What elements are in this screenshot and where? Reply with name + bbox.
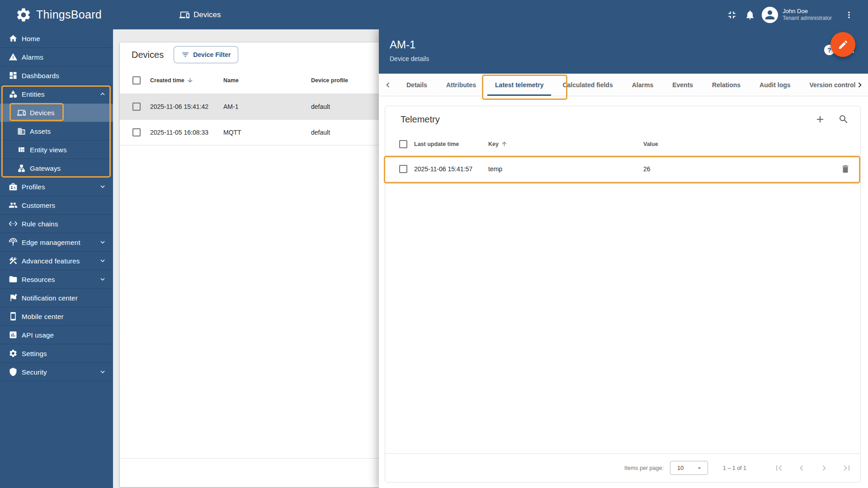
column-header-created-time[interactable]: Created time — [150, 77, 193, 84]
profiles-badge-icon — [9, 182, 18, 191]
telemetry-row-temp[interactable]: 2025-11-06 15:41:57 temp 26 — [385, 156, 860, 182]
breadcrumb[interactable]: Devices — [179, 10, 221, 20]
sidebar-item-api-usage[interactable]: API usage — [0, 326, 113, 344]
advanced-construction-icon — [9, 256, 18, 265]
top-app-bar: ThingsBoard Devices John Doe Tenant admi… — [0, 0, 868, 29]
sidebar-item-mobile-center[interactable]: Mobile center — [0, 307, 113, 326]
smartphone-icon — [9, 312, 18, 321]
device-details-panel: AM-1 Device details ? Details Attributes… — [379, 29, 868, 488]
customers-people-icon — [9, 201, 18, 210]
search-icon[interactable] — [838, 113, 849, 125]
device-filter-button[interactable]: Device Filter — [174, 46, 238, 63]
chevron-down-icon — [99, 183, 107, 191]
sidebar-item-dashboards[interactable]: Dashboards — [0, 66, 113, 85]
telemetry-key: temp — [488, 165, 643, 173]
thingsboard-gear-logo-icon — [15, 7, 32, 23]
chevron-down-icon — [99, 275, 107, 283]
sidebar-item-home[interactable]: Home — [0, 29, 113, 48]
pagination-range-label: 1 – 1 of 1 — [723, 465, 746, 471]
row-checkbox[interactable] — [132, 103, 141, 111]
sidebar-item-resources[interactable]: Resources — [0, 270, 113, 289]
select-all-checkbox[interactable] — [132, 76, 141, 84]
dashboards-icon — [9, 71, 18, 80]
telemetry-table-header: Last update time Key Value — [385, 132, 860, 156]
sidebar-item-customers[interactable]: Customers — [0, 196, 113, 215]
more-vert-icon[interactable] — [840, 6, 858, 24]
edit-fab-button[interactable] — [830, 32, 855, 57]
details-panel-title: AM-1 — [390, 38, 868, 51]
add-telemetry-icon[interactable] — [814, 113, 826, 125]
devices-panel-title: Devices — [132, 50, 164, 60]
sort-asc-arrow-icon — [501, 141, 508, 147]
chevron-up-icon — [99, 90, 107, 98]
previous-page-icon[interactable] — [796, 463, 807, 474]
chevron-down-icon — [99, 257, 107, 265]
sidebar-item-edge-management[interactable]: Edge management — [0, 233, 113, 252]
home-icon — [9, 34, 18, 43]
brand-logo: ThingsBoard — [15, 7, 102, 23]
gear-icon — [9, 349, 18, 358]
user-avatar[interactable] — [762, 7, 778, 23]
sidebar-item-devices[interactable]: Devices — [0, 103, 113, 122]
sidebar-item-notification-center[interactable]: Notification center — [0, 289, 113, 307]
sidebar-item-settings[interactable]: Settings — [0, 344, 113, 363]
row-checkbox[interactable] — [132, 128, 141, 136]
brand-title: ThingsBoard — [36, 8, 102, 21]
last-page-icon[interactable] — [841, 463, 852, 474]
sidebar-item-security[interactable]: Security — [0, 363, 113, 381]
next-page-icon[interactable] — [819, 463, 830, 474]
pencil-icon — [838, 39, 849, 50]
caret-down-icon — [696, 465, 703, 472]
column-header-name[interactable]: Name — [223, 77, 311, 84]
tabs-scroll-right-icon[interactable] — [852, 74, 868, 96]
tab-events[interactable]: Events — [663, 74, 703, 96]
telemetry-card: Telemetry Last update time Key Value 202… — [385, 106, 861, 483]
sidebar-item-entity-views[interactable]: Entity views — [0, 141, 113, 159]
filter-icon — [181, 51, 189, 59]
tab-relations[interactable]: Relations — [703, 74, 750, 96]
resources-folder-icon — [9, 275, 18, 284]
telemetry-last-update-time: 2025-11-06 15:41:57 — [414, 165, 488, 173]
tab-latest-telemetry[interactable]: Latest telemetry — [486, 74, 553, 96]
devices-breadcrumb-icon — [179, 10, 189, 20]
telemetry-title: Telemetry — [401, 114, 814, 125]
tabs-scroll-left-icon[interactable] — [379, 74, 397, 96]
row-checkbox[interactable] — [399, 165, 407, 173]
column-header-value[interactable]: Value — [643, 141, 860, 147]
delete-trash-icon[interactable] — [840, 164, 850, 174]
gateways-lan-icon — [17, 164, 26, 173]
sidebar-nav: Home Alarms Dashboards Entities Devices … — [0, 29, 113, 488]
notification-flag-icon — [9, 293, 18, 302]
tab-audit-logs[interactable]: Audit logs — [750, 74, 800, 96]
sidebar-item-advanced-features[interactable]: Advanced features — [0, 252, 113, 270]
notifications-bell-icon[interactable] — [741, 6, 759, 24]
items-per-page-label: Items per page: — [624, 465, 664, 471]
sidebar-item-assets[interactable]: Assets — [0, 122, 113, 141]
sidebar-item-entities[interactable]: Entities — [0, 85, 113, 103]
column-header-key[interactable]: Key — [488, 141, 508, 147]
sidebar-item-rule-chains[interactable]: Rule chains — [0, 215, 113, 233]
user-role: Tenant administrator — [783, 15, 832, 22]
fullscreen-exit-icon[interactable] — [723, 6, 741, 24]
column-header-last-update-time[interactable]: Last update time — [414, 141, 488, 147]
tab-calculated-fields[interactable]: Calculated fields — [553, 74, 622, 96]
entities-category-icon — [9, 89, 18, 99]
sort-desc-arrow-icon — [187, 77, 193, 84]
sidebar-item-alarms[interactable]: Alarms — [0, 48, 113, 66]
sidebar-item-gateways[interactable]: Gateways — [0, 159, 113, 178]
first-page-icon[interactable] — [774, 463, 784, 474]
chevron-down-icon — [99, 368, 107, 376]
tab-version-control[interactable]: Version control — [800, 74, 859, 96]
device-created-time: 2025-11-06 15:41:42 — [150, 103, 223, 110]
sidebar-item-profiles[interactable]: Profiles — [0, 178, 113, 196]
user-name: John Doe — [783, 8, 832, 15]
edge-antenna-icon — [9, 238, 18, 247]
chevron-down-icon — [99, 238, 107, 246]
tab-alarms[interactable]: Alarms — [623, 74, 663, 96]
device-name: AM-1 — [223, 103, 311, 110]
page-size-select[interactable]: 10 — [670, 461, 708, 475]
tab-details[interactable]: Details — [397, 74, 437, 96]
tab-attributes[interactable]: Attributes — [437, 74, 486, 96]
telemetry-pagination: Items per page: 10 1 – 1 of 1 — [385, 453, 860, 482]
select-all-checkbox[interactable] — [399, 140, 407, 148]
